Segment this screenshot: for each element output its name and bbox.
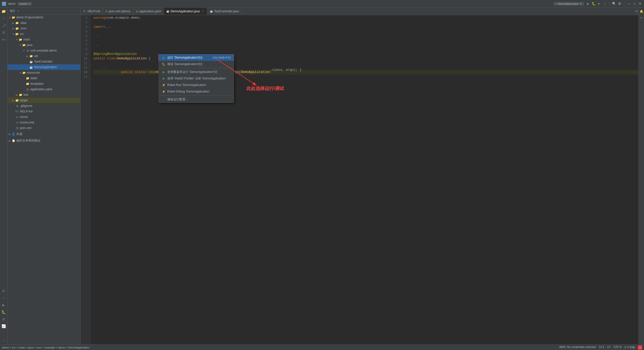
services-icon[interactable]: ⊞ <box>1 316 7 322</box>
tab-testcontroller[interactable]: ☕ TestController.java <box>207 8 242 15</box>
tree-arrow: ▶ <box>15 93 19 97</box>
tab-helpmd[interactable]: M↓ HELP.md <box>80 8 103 15</box>
tree-item-templates[interactable]: 📁 templates <box>8 81 80 86</box>
tab-label: TestController.java <box>214 10 239 13</box>
run-config-selector[interactable]: ● DemoApplication ▼ <box>553 2 584 6</box>
tree-item-testcontroller[interactable]: ☕ TestController <box>8 59 80 64</box>
terminal-icon[interactable]: ⚙ <box>1 288 7 294</box>
bottom-left-icons: ⚙ ✓ ▶ 🐛 ⊞ 📈 <box>0 287 8 330</box>
more-button[interactable]: ⋮ <box>603 2 607 6</box>
right-tool-icon[interactable]: M <box>639 15 644 21</box>
tree-label: application.yaml <box>30 88 52 91</box>
tree-item-idea[interactable]: ▶ 📁 .idea <box>8 20 80 26</box>
tab-label: pom.xml (demo) <box>109 10 131 13</box>
gitignore-icon: ⊙ <box>15 104 19 108</box>
minimize-button[interactable]: — <box>627 2 631 6</box>
branch-selector[interactable]: master ▼ <box>18 2 32 6</box>
tree-item-demoapplication[interactable]: ☕ DemoApplication <box>8 64 80 70</box>
menu-item-rebel-debug[interactable]: ⚡ Rebel Debug 'DemoApplication' <box>159 88 234 95</box>
editor-settings-button[interactable]: ⚙ <box>634 9 638 13</box>
plugins-icon[interactable]: ⋯ <box>1 338 7 343</box>
tab-icon: M↓ <box>83 10 86 13</box>
profiler-tool-icon[interactable]: 📈 <box>1 323 7 329</box>
project-header: 项目 ▼ <box>8 8 80 15</box>
menu-item-profiler[interactable]: ▶ 使用 'IntelliJ Profiler' 分析 'DemoApplica… <box>159 75 234 82</box>
run-button[interactable]: ▶ <box>586 2 590 6</box>
search-button[interactable]: 🔍 <box>612 2 616 6</box>
settings-button[interactable]: ⚙ <box>618 2 622 6</box>
tree-item-package[interactable]: ▼ ⊞ com.example.demo <box>8 48 80 53</box>
tree-item-demo[interactable]: ▼ 📂 demo D:\java1demo <box>8 15 80 20</box>
tab-close-button[interactable]: ✕ <box>201 10 205 13</box>
separator <box>609 2 610 6</box>
tree-item-external[interactable]: ▶ 👤 外源 <box>8 131 80 137</box>
menu-item-edit-config[interactable]: 修改运行配置... <box>159 96 234 103</box>
tab-label: DemoApplication.java <box>171 10 200 13</box>
tree-label: pom.xml <box>20 126 31 130</box>
maximize-button[interactable]: □ <box>632 2 636 6</box>
status-bar: demo > src > main > java > com > example… <box>0 344 644 350</box>
folder-icon: 📁 <box>15 21 19 25</box>
editor-area: M↓ HELP.md ⊡ pom.xml (demo) ▤ applicatio… <box>80 8 638 344</box>
menu-item-debug[interactable]: 🐛 调试 'DemoApplication'(D) <box>159 61 234 67</box>
tree-item-resources[interactable]: ▼ 📂 resources <box>8 70 80 75</box>
menu-item-run[interactable]: ▶ 运行 'DemoApplication'(U) Ctrl+Shift+F10 <box>159 54 234 61</box>
tree-item-gitignore[interactable]: ⊙ .gitignore <box>8 103 80 109</box>
tab-appyaml[interactable]: ▤ application.yaml <box>133 8 164 15</box>
commit-icon[interactable]: ✓ <box>1 16 7 21</box>
profiler-menu-icon: ▶ <box>162 76 166 80</box>
code-line <box>94 38 638 43</box>
structure-icon[interactable]: ⊞ <box>1 30 7 35</box>
error-indicator[interactable] <box>638 345 642 349</box>
code-line <box>94 29 638 34</box>
run-tool-icon[interactable]: ▶ <box>1 302 7 308</box>
notifications-icon[interactable]: 🔔 <box>639 9 644 14</box>
tree-item-main[interactable]: ▼ 📂 main <box>8 37 80 42</box>
code-line <box>94 47 638 52</box>
line-col: 13:2 <box>599 345 604 349</box>
todo-icon[interactable]: ✓ <box>1 295 7 301</box>
aws-icon[interactable]: aws <box>1 37 7 42</box>
tab-icon: ☕ <box>210 10 213 13</box>
tree-label: HELP.md <box>20 110 32 113</box>
coverage-button[interactable]: ▶ <box>597 2 601 6</box>
context-menu: ▶ 运行 'DemoApplication'(U) Ctrl+Shift+F10… <box>158 54 234 103</box>
top-bar: demo master ▼ ● DemoApplication ▼ ▶ 🐛 ▶ … <box>0 0 644 8</box>
debug-tool-icon[interactable]: 🐛 <box>1 309 7 315</box>
tree-label: java <box>27 43 32 47</box>
tab-pomxml[interactable]: ⊡ pom.xml (demo) <box>103 8 133 15</box>
tree-item-src[interactable]: ▼ 📂 src <box>8 31 80 37</box>
tree-item-helpmd[interactable]: M↓ HELP.md <box>8 109 80 114</box>
debug-button[interactable]: 🐛 <box>592 2 596 6</box>
code-line: import ... <box>94 25 638 29</box>
tree-label: 外源 <box>16 132 22 136</box>
menu-item-run-coverage[interactable]: ▶ 使用覆盖率运行 'DemoApplication'(V) <box>159 69 234 75</box>
tree-label: com.example.demo <box>30 49 57 52</box>
tree-item-pomxml[interactable]: ⊡ pom.xml <box>8 125 80 131</box>
tree-label: resources <box>27 71 40 74</box>
project-name: demo <box>8 2 16 6</box>
menu-item-rebel-run[interactable]: ⚡ Rebel Run 'DemoApplication' <box>159 82 234 88</box>
tab-demoapplication[interactable]: ☕ DemoApplication.java ✕ <box>164 8 207 15</box>
tree-item-appyaml[interactable]: ▤ application.yaml <box>8 86 80 92</box>
tree-item-target[interactable]: ▶ 📁 target <box>8 98 80 103</box>
code-line: ... <box>94 34 638 38</box>
tree-item-mvnw[interactable]: m mvnw <box>8 114 80 120</box>
tree-item-mvnwcmd[interactable]: m mvnw.cmd <box>8 120 80 125</box>
tree-arrow: ▶ <box>12 27 15 30</box>
tree-label: mvnw.cmd <box>20 121 34 124</box>
rebel-debug-icon: ⚡ <box>162 90 166 94</box>
tree-item-util[interactable]: ▶ 📁 util <box>8 53 80 59</box>
tree-label: main <box>23 38 30 41</box>
menu-item-label: 运行 'DemoApplication'(U) <box>167 56 202 60</box>
tree-item-test[interactable]: ▶ 📁 test <box>8 92 80 98</box>
tree-item-static[interactable]: 📁 static <box>8 75 80 81</box>
tree-arrow: ▶ <box>8 139 12 142</box>
tree-item-tempfiles[interactable]: ▶ 📋 临时文件和控制台 <box>8 137 80 144</box>
tree-item-mvn[interactable]: ▶ 📁 .mvn <box>8 26 80 31</box>
tree-item-java[interactable]: ▼ 📂 java <box>8 42 80 48</box>
close-button[interactable]: ✕ <box>638 2 642 6</box>
project-icon[interactable]: 📁 <box>1 9 7 14</box>
code-line <box>94 20 638 25</box>
vcs-icon[interactable]: ⎇ <box>1 23 7 28</box>
